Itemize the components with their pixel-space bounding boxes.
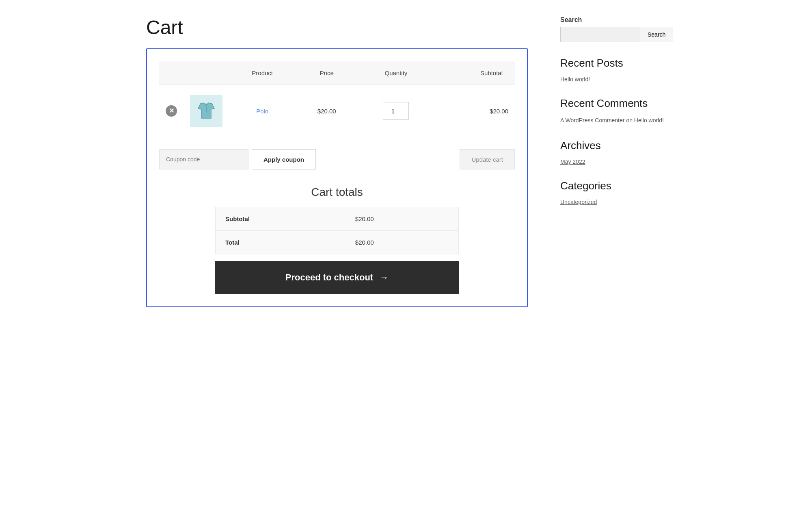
archives-section: Archives May 2022 — [560, 139, 666, 165]
col-product-header: Product — [229, 61, 296, 85]
col-subtotal-header: Subtotal — [434, 61, 515, 85]
main-content: Cart Product Price Quantity Subtotal — [146, 16, 528, 307]
totals-table: Subtotal $20.00 Total $20.00 — [215, 207, 459, 254]
recent-post-link-0[interactable]: Hello world! — [560, 76, 666, 82]
recent-posts-title: Recent Posts — [560, 57, 666, 69]
product-name-cell: Polo — [229, 85, 296, 137]
col-image-header — [184, 61, 229, 85]
subtotal-cell: $20.00 — [434, 85, 515, 137]
categories-title: Categories — [560, 180, 666, 192]
categories-section: Categories Uncategorized — [560, 180, 666, 205]
cart-container: Product Price Quantity Subtotal ✕ — [146, 48, 528, 307]
search-row: Search — [560, 27, 666, 42]
coupon-row: Apply coupon Update cart — [159, 149, 515, 169]
subtotal-value: $20.00 — [346, 207, 459, 231]
product-price-cell: $20.00 — [296, 85, 358, 137]
search-input[interactable] — [560, 27, 640, 42]
page-title: Cart — [146, 16, 528, 39]
coupon-input[interactable] — [159, 149, 248, 169]
search-label: Search — [560, 16, 666, 24]
remove-item-button[interactable]: ✕ — [166, 105, 177, 117]
archives-title: Archives — [560, 139, 666, 152]
total-value: $20.00 — [346, 231, 459, 254]
cart-table: Product Price Quantity Subtotal ✕ — [159, 61, 515, 137]
comment-row: A WordPress Commenter on Hello world! — [560, 116, 666, 125]
on-text: on — [626, 117, 634, 124]
polo-shirt-icon — [195, 100, 218, 122]
product-link[interactable]: Polo — [235, 108, 289, 115]
svg-point-1 — [206, 109, 207, 111]
search-button[interactable]: Search — [640, 27, 673, 42]
checkout-label: Proceed to checkout — [285, 272, 373, 283]
sidebar: Search Search Recent Posts Hello world! … — [560, 16, 666, 307]
remove-cell: ✕ — [159, 85, 184, 137]
checkout-button[interactable]: Proceed to checkout → — [215, 261, 459, 294]
quantity-cell — [358, 85, 434, 137]
total-row: Total $20.00 — [216, 231, 459, 254]
coupon-left: Apply coupon — [159, 149, 316, 169]
cart-item-row: ✕ — [159, 85, 515, 137]
checkout-arrow: → — [380, 272, 389, 283]
subtotal-row: Subtotal $20.00 — [216, 207, 459, 231]
subtotal-label: Subtotal — [216, 207, 346, 231]
comment-post-link[interactable]: Hello world! — [634, 117, 664, 124]
apply-coupon-button[interactable]: Apply coupon — [252, 149, 316, 169]
product-image-cell — [184, 85, 229, 137]
category-link-0[interactable]: Uncategorized — [560, 199, 666, 205]
product-image — [190, 95, 222, 127]
col-remove-header — [159, 61, 184, 85]
cart-totals-title: Cart totals — [159, 186, 515, 199]
svg-point-0 — [206, 107, 207, 109]
update-cart-button[interactable]: Update cart — [460, 149, 515, 169]
recent-posts-section: Recent Posts Hello world! — [560, 57, 666, 82]
archive-link-0[interactable]: May 2022 — [560, 158, 666, 165]
commenter-link[interactable]: A WordPress Commenter — [560, 117, 624, 124]
quantity-input[interactable] — [383, 102, 409, 120]
total-label: Total — [216, 231, 346, 254]
svg-point-2 — [206, 111, 207, 113]
recent-comments-title: Recent Comments — [560, 97, 666, 110]
cart-totals-section: Cart totals Subtotal $20.00 Total $20.00… — [159, 186, 515, 294]
search-section: Search Search — [560, 16, 666, 42]
recent-comments-section: Recent Comments A WordPress Commenter on… — [560, 97, 666, 125]
col-price-header: Price — [296, 61, 358, 85]
col-quantity-header: Quantity — [358, 61, 434, 85]
